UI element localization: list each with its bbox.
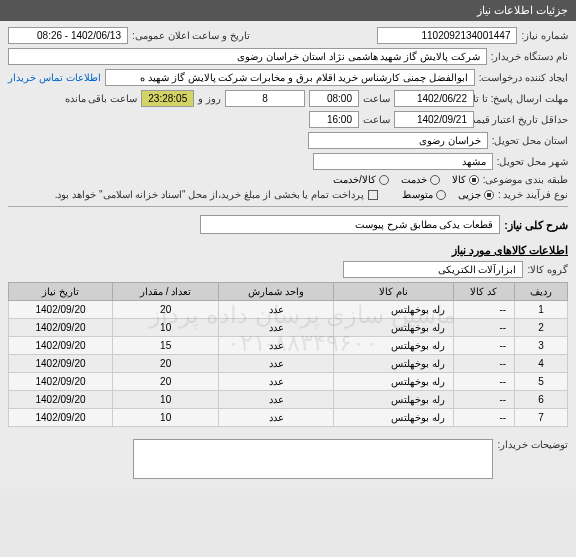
col-unit: واحد شمارش: [219, 283, 333, 301]
category-label: طبقه بندی موضوعی:: [483, 174, 568, 185]
cell-unit: عدد: [219, 373, 333, 391]
time-label-1: ساعت: [363, 93, 390, 104]
city-label: شهر محل تحویل:: [497, 156, 568, 167]
need-number-label: شماره نیاز:: [521, 30, 568, 41]
cell-unit: عدد: [219, 391, 333, 409]
cell-date: 1402/09/20: [9, 373, 113, 391]
cell-n: 6: [515, 391, 568, 409]
payment-note: پرداخت تمام یا بخشی از مبلغ خرید،از محل …: [55, 189, 364, 200]
announce-label: تاریخ و ساعت اعلان عمومی:: [132, 30, 250, 41]
col-code: کد کالا: [453, 283, 515, 301]
cell-date: 1402/09/20: [9, 355, 113, 373]
group-value: ابزارآلات الکتریکی: [343, 261, 523, 278]
col-name: نام کالا: [333, 283, 453, 301]
buyer-label: نام دستگاه خریدار:: [491, 51, 568, 62]
creator-value: ابوالفضل چمنی کارشناس خرید اقلام برق و م…: [105, 69, 475, 86]
radio-goods[interactable]: کالا: [452, 174, 479, 185]
cell-code: --: [453, 319, 515, 337]
time-label-2: ساعت: [363, 114, 390, 125]
table-row[interactable]: 4--رله بوخهلتسعدد201402/09/20: [9, 355, 568, 373]
cell-n: 3: [515, 337, 568, 355]
days-count: 8: [225, 90, 305, 107]
radio-both[interactable]: کالا/خدمت: [333, 174, 389, 185]
cell-n: 7: [515, 409, 568, 427]
radio-partial[interactable]: جزیی: [458, 189, 494, 200]
desc-label: شرح کلی نیاز:: [504, 219, 568, 232]
deadline-time: 08:00: [309, 90, 359, 107]
validity-label: حداقل تاریخ اعتبار قیمت: تا تاریخ:: [478, 114, 568, 125]
cell-itemname: رله بوخهلتس: [333, 391, 453, 409]
radio-service[interactable]: خدمت: [401, 174, 440, 185]
cell-qty: 20: [113, 373, 219, 391]
table-row[interactable]: 6--رله بوخهلتسعدد101402/09/20: [9, 391, 568, 409]
validity-date: 1402/09/21: [394, 111, 474, 128]
cell-code: --: [453, 391, 515, 409]
col-row: ردیف: [515, 283, 568, 301]
desc-value: قطعات یدکی مطابق شرح پیوست: [200, 215, 500, 234]
remaining-time: 23:28:05: [141, 90, 194, 107]
cell-itemname: رله بوخهلتس: [333, 319, 453, 337]
deadline-date: 1402/06/22: [394, 90, 474, 107]
buyer-notes-box: [133, 439, 493, 479]
radio-icon: [436, 190, 446, 200]
col-qty: تعداد / مقدار: [113, 283, 219, 301]
items-table: ردیف کد کالا نام کالا واحد شمارش تعداد /…: [8, 282, 568, 427]
cell-itemname: رله بوخهلتس: [333, 409, 453, 427]
radio-icon: [484, 190, 494, 200]
table-row[interactable]: 1--رله بوخهلتسعدد201402/09/20: [9, 301, 568, 319]
creator-label: ایجاد کننده درخواست:: [479, 72, 568, 83]
cell-qty: 10: [113, 409, 219, 427]
cell-code: --: [453, 355, 515, 373]
cell-itemname: رله بوخهلتس: [333, 373, 453, 391]
panel-title: جزئیات اطلاعات نیاز: [477, 4, 568, 16]
table-row[interactable]: 3--رله بوخهلتسعدد151402/09/20: [9, 337, 568, 355]
announce-value: 1402/06/13 - 08:26: [8, 27, 128, 44]
col-date: تاریخ نیاز: [9, 283, 113, 301]
cell-n: 1: [515, 301, 568, 319]
need-number-value: 1102092134001447: [377, 27, 517, 44]
buyer-notes-label: توضیحات خریدار:: [497, 439, 568, 450]
city-value: مشهد: [313, 153, 493, 170]
radio-icon: [469, 175, 479, 185]
process-label: نوع فرآیند خرید :: [498, 189, 568, 200]
cell-date: 1402/09/20: [9, 301, 113, 319]
cell-itemname: رله بوخهلتس: [333, 355, 453, 373]
cell-unit: عدد: [219, 337, 333, 355]
cell-n: 4: [515, 355, 568, 373]
validity-time: 16:00: [309, 111, 359, 128]
cell-date: 1402/09/20: [9, 391, 113, 409]
cell-qty: 15: [113, 337, 219, 355]
remaining-label: ساعت باقی مانده: [65, 93, 138, 104]
cell-unit: عدد: [219, 355, 333, 373]
radio-medium[interactable]: متوسط: [402, 189, 446, 200]
cell-qty: 20: [113, 355, 219, 373]
cell-unit: عدد: [219, 319, 333, 337]
cell-code: --: [453, 409, 515, 427]
table-row[interactable]: 7--رله بوخهلتسعدد101402/09/20: [9, 409, 568, 427]
cell-date: 1402/09/20: [9, 319, 113, 337]
cell-unit: عدد: [219, 301, 333, 319]
table-row[interactable]: 5--رله بوخهلتسعدد201402/09/20: [9, 373, 568, 391]
cell-code: --: [453, 337, 515, 355]
province-value: خراسان رضوی: [308, 132, 488, 149]
cell-qty: 10: [113, 391, 219, 409]
deadline-label: مهلت ارسال پاسخ: تا تاریخ:: [478, 93, 568, 104]
contact-link[interactable]: اطلاعات تماس خریدار: [8, 72, 101, 83]
buyer-value: شرکت پالایش گاز شهید هاشمی نژاد استان خر…: [8, 48, 487, 65]
province-label: استان محل تحویل:: [492, 135, 568, 146]
cell-qty: 20: [113, 301, 219, 319]
table-row[interactable]: 2--رله بوخهلتسعدد101402/09/20: [9, 319, 568, 337]
cell-code: --: [453, 373, 515, 391]
cell-n: 5: [515, 373, 568, 391]
cell-qty: 10: [113, 319, 219, 337]
panel-header: جزئیات اطلاعات نیاز: [0, 0, 576, 21]
payment-checkbox[interactable]: [368, 190, 378, 200]
radio-icon: [379, 175, 389, 185]
group-label: گروه کالا:: [527, 264, 568, 275]
cell-code: --: [453, 301, 515, 319]
process-radio-group: جزیی متوسط: [402, 189, 494, 200]
items-header: اطلاعات کالاهای مورد نیاز: [8, 244, 568, 257]
cell-date: 1402/09/20: [9, 409, 113, 427]
cell-n: 2: [515, 319, 568, 337]
cell-itemname: رله بوخهلتس: [333, 301, 453, 319]
